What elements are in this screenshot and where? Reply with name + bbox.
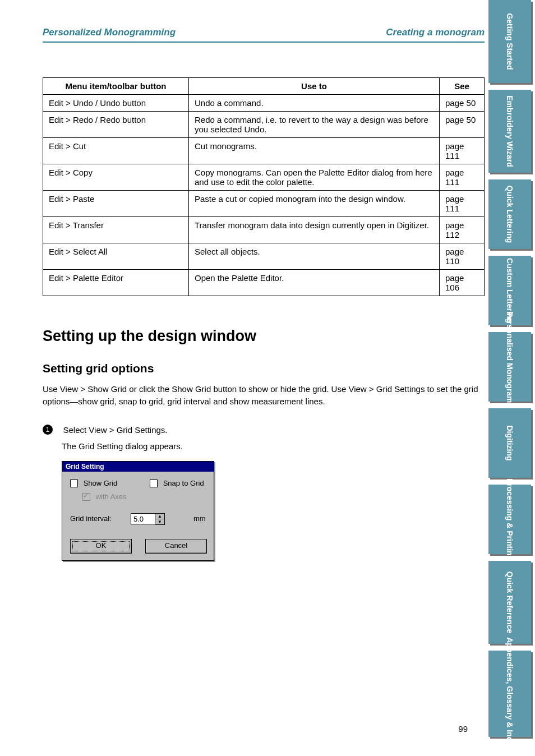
grid-interval-label: Grid interval:: [70, 514, 112, 523]
grid-interval-unit: mm: [193, 514, 206, 523]
cell-use: Paste a cut or copied monogram into the …: [189, 191, 440, 217]
cell-see: page 106: [440, 270, 485, 296]
cell-use: Undo a command.: [189, 95, 440, 112]
tab-label: Getting Started: [505, 2, 514, 81]
snap-to-grid-checkbox[interactable]: [150, 480, 158, 487]
cell-use: Cut monograms.: [189, 138, 440, 164]
tab-appendices[interactable]: Appendices, Glossary & Index: [488, 651, 531, 737]
tab-quick-reference[interactable]: Quick Reference: [488, 561, 531, 644]
table-row: Edit > Select All Select all objects. pa…: [43, 243, 485, 270]
grid-interval-spinner[interactable]: ▲ ▼: [155, 513, 165, 525]
cell-use: Open the Palette Editor.: [189, 270, 440, 296]
cell-see: page 50: [440, 95, 485, 112]
cell-menu: Edit > Paste: [43, 191, 189, 217]
with-axes-label: with Axes: [96, 492, 127, 501]
tab-label: Processing & Printing: [505, 478, 514, 560]
cell-menu: Edit > Palette Editor: [43, 270, 189, 296]
tab-embroidery-wizard[interactable]: Embroidery Wizard: [488, 90, 531, 173]
cell-menu: Edit > Transfer: [43, 217, 189, 243]
cell-see: page 110: [440, 243, 485, 270]
tab-label: Digitizing: [505, 426, 514, 461]
spinner-down-icon[interactable]: ▼: [155, 519, 164, 524]
cell-use: Transfer monogram data into design curre…: [189, 217, 440, 243]
th-use: Use to: [189, 78, 440, 95]
table-row: Edit > Undo / Undo button Undo a command…: [43, 95, 485, 112]
tab-getting-started[interactable]: Getting Started: [488, 0, 531, 83]
cell-see: page 50: [440, 112, 485, 138]
page-header: Personalized Monogramming Creating a mon…: [43, 13, 485, 43]
with-axes-checkbox: [82, 493, 90, 501]
step-result: The Grid Setting dialog appears.: [62, 441, 485, 451]
table-row: Edit > Palette Editor Open the Palette E…: [43, 270, 485, 296]
th-see: See: [440, 78, 485, 95]
tab-monogramming[interactable]: Personalised Monogramming: [488, 332, 531, 402]
section-subtitle: Setting grid options: [43, 362, 485, 375]
section-body: Use View > Show Grid or click the Show G…: [43, 383, 485, 408]
cell-menu: Edit > Copy: [43, 164, 189, 191]
cell-see: page 111: [440, 138, 485, 164]
table-row: Edit > Transfer Transfer monogram data i…: [43, 217, 485, 243]
cell-see: page 111: [440, 191, 485, 217]
ok-button[interactable]: OK: [70, 539, 132, 554]
show-grid-label: Show Grid: [84, 479, 118, 487]
show-grid-checkbox[interactable]: [70, 480, 78, 487]
table-row: Edit > Paste Paste a cut or copied monog…: [43, 191, 485, 217]
menu-reference-table: Menu item/toolbar button Use to See Edit…: [43, 77, 485, 296]
table-row: Edit > Cut Cut monograms. page 111: [43, 138, 485, 164]
dialog-title: Grid Setting: [62, 462, 214, 472]
header-right: Creating a monogram: [386, 27, 485, 38]
table-row: Edit > Redo / Redo button Redo a command…: [43, 112, 485, 138]
tab-digitizing[interactable]: Digitizing: [488, 408, 531, 478]
cell-see: page 111: [440, 164, 485, 191]
cell-menu: Edit > Select All: [43, 243, 189, 270]
tab-quick-lettering[interactable]: Quick Lettering: [488, 179, 531, 249]
th-menu: Menu item/toolbar button: [43, 78, 189, 95]
cell-see: page 112: [440, 217, 485, 243]
cell-menu: Edit > Cut: [43, 138, 189, 164]
cell-menu: Edit > Redo / Redo button: [43, 112, 189, 138]
table-row: Edit > Copy Copy monograms. Can open the…: [43, 164, 485, 191]
spinner-up-icon[interactable]: ▲: [155, 514, 164, 519]
side-tabs: Getting Started Embroidery Wizard Quick …: [488, 0, 535, 737]
step-1: 1 Select View > Grid Settings.: [43, 425, 485, 435]
page-number: 99: [458, 724, 468, 734]
tab-label: Quick Reference: [505, 563, 514, 642]
grid-interval-input[interactable]: [131, 513, 155, 524]
cancel-button[interactable]: Cancel: [145, 539, 207, 554]
step-text: Select View > Grid Settings.: [63, 425, 167, 435]
tab-label: Quick Lettering: [505, 175, 514, 253]
tab-label: Appendices, Glossary & Index: [505, 637, 514, 750]
cell-use: Select all objects.: [189, 243, 440, 270]
tab-label: Personalised Monogramming: [505, 312, 514, 422]
snap-to-grid-label: Snap to Grid: [163, 479, 204, 487]
header-left: Personalized Monogramming: [43, 27, 176, 38]
section-title: Setting up the design window: [43, 328, 485, 345]
step-number-icon: 1: [43, 425, 53, 435]
cell-use: Redo a command, i.e. to revert to the wa…: [189, 112, 440, 138]
tab-processing-printing[interactable]: Processing & Printing: [488, 485, 531, 554]
grid-setting-dialog: Grid Setting Show Grid Snap to Grid with…: [62, 461, 214, 561]
cell-menu: Edit > Undo / Undo button: [43, 95, 189, 112]
tab-label: Embroidery Wizard: [505, 92, 514, 170]
cell-use: Copy monograms. Can open the Palette Edi…: [189, 164, 440, 191]
table-header-row: Menu item/toolbar button Use to See: [43, 78, 485, 95]
